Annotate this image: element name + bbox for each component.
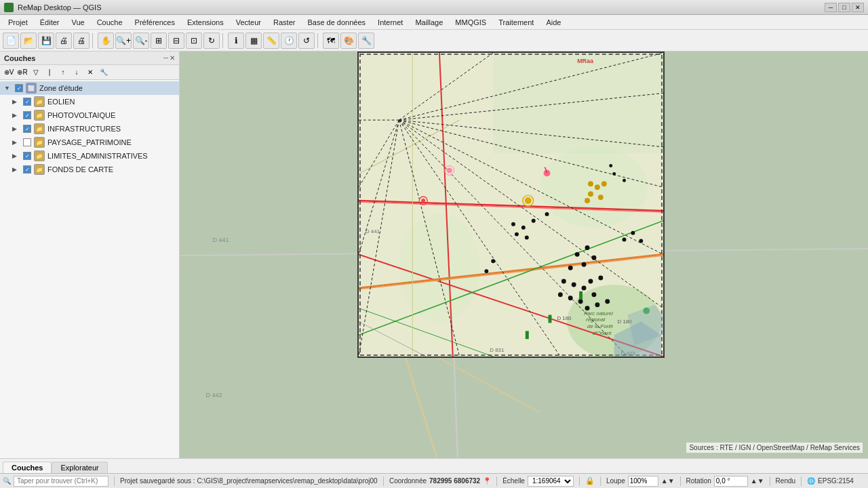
menu-item-vecteur[interactable]: Vecteur [231, 17, 267, 28]
measure-button[interactable]: 📏 [263, 33, 279, 49]
remove-layer-btn[interactable]: ✕ [84, 66, 96, 79]
layer-check-zone-etude[interactable]: ✓ [15, 84, 23, 92]
minimize-button[interactable]: ─ [825, 3, 837, 12]
zoom-out-button[interactable]: 🔍- [133, 33, 149, 49]
layer-item-limites[interactable]: ▶✓📁LIMITES_ADMINISTRATIVES [0, 149, 179, 163]
layer-expand-eolien[interactable]: ▶ [12, 98, 20, 105]
layer-check-fonds[interactable]: ✓ [23, 165, 31, 174]
lock-icon: 🔒 [585, 476, 595, 485]
svg-point-69 [591, 292, 596, 297]
layer-icon-infrastructures: 📁 [34, 123, 45, 134]
bottom-tab-explorateur[interactable]: Explorateur [52, 462, 107, 473]
select-button[interactable]: ▦ [245, 33, 262, 49]
menu-item-internet[interactable]: Internet [372, 17, 408, 28]
menu-item-vue[interactable]: Vue [66, 17, 90, 28]
layer-list: ▼✓⬜Zone d'étude▶✓📁EOLIEN▶✓📁PHOTOVOLTAIQU… [0, 80, 179, 458]
menu-item-couche[interactable]: Couche [92, 17, 128, 28]
style-button[interactable]: 🎨 [340, 33, 357, 49]
new-project-button[interactable]: 📄 [3, 33, 19, 49]
layer-item-zone-etude[interactable]: ▼✓⬜Zone d'étude [0, 81, 179, 95]
svg-point-87 [612, 172, 616, 176]
layer-check-infrastructures[interactable]: ✓ [23, 125, 31, 133]
statusbar-sep8 [801, 476, 802, 486]
search-input[interactable] [14, 476, 108, 487]
refresh2-button[interactable]: ↺ [298, 33, 315, 49]
bottom-tab-couches[interactable]: Couches [3, 462, 52, 473]
close-button[interactable]: ✕ [852, 3, 864, 12]
layer-check-paysage[interactable] [23, 138, 31, 146]
layer-expand-limites[interactable]: ▶ [12, 152, 20, 159]
refresh-button[interactable]: ↻ [203, 33, 220, 49]
layer-check-eolien[interactable]: ✓ [23, 98, 31, 106]
menu-item-préférences[interactable]: Préférences [130, 17, 180, 28]
svg-point-70 [578, 299, 583, 304]
layer-name-infrastructures: INFRASTRUCTURES [47, 125, 121, 133]
project-status-text: Projet sauvegardé sous : C:\GIS\8_projec… [120, 477, 378, 485]
menu-item-éditer[interactable]: Éditer [35, 17, 65, 28]
layer-item-photovoltaique[interactable]: ▶✓📁PHOTOVOLTAIQUE [0, 108, 179, 122]
sidebar-minimize-btn[interactable]: ─ [163, 54, 168, 62]
layer-expand-infrastructures[interactable]: ▶ [12, 125, 20, 132]
toolbar: 📄 📂 💾 🖨 🖨 ✋ 🔍+ 🔍- ⊞ ⊟ ⊡ ↻ ℹ ▦ 📏 🕐 ↺ 🗺 🎨 … [0, 30, 868, 52]
open-button[interactable]: 📂 [20, 33, 37, 49]
sidebar-close-btn[interactable]: ✕ [170, 54, 175, 62]
menu-item-aide[interactable]: Aide [540, 17, 566, 28]
loupe-label: Loupe [606, 477, 625, 485]
print-button[interactable]: 🖨 [73, 33, 90, 49]
layer-item-paysage[interactable]: ▶📁PAYSAGE_PATRIMOINE [0, 136, 179, 149]
layer-check-limites[interactable]: ✓ [23, 152, 31, 160]
layout-button[interactable]: 🗺 [323, 33, 339, 49]
svg-point-81 [525, 236, 529, 240]
loupe-arrows[interactable]: ▲▼ [661, 477, 675, 485]
layer-expand-paysage[interactable]: ▶ [12, 139, 20, 146]
layer-expand-photovoltaique[interactable]: ▶ [12, 112, 20, 119]
up-btn[interactable]: ↑ [57, 66, 69, 79]
menu-item-base de données[interactable]: Base de données [302, 17, 371, 28]
plugin-button[interactable]: 🔧 [358, 33, 374, 49]
map-canvas[interactable]: Troyes D 441 D 442 D 660 D 460 D 460 Pa [180, 52, 868, 458]
properties-btn[interactable]: 🔧 [98, 66, 110, 79]
maximize-button[interactable]: □ [838, 3, 850, 12]
zoom-layer-button[interactable]: ⊟ [168, 33, 184, 49]
zoom-full-button[interactable]: ⊞ [151, 33, 167, 49]
zoom-in-button[interactable]: 🔍+ [115, 33, 132, 49]
main-area: Couches ─ ✕ ⊕V ⊕R ▽ | ↑ ↓ ✕ 🔧 ▼✓⬜Zone d'… [0, 52, 868, 458]
menu-item-projet[interactable]: Projet [3, 17, 33, 28]
menu-item-maillage[interactable]: Maillage [410, 17, 448, 28]
svg-point-15 [399, 214, 479, 322]
layer-check-photovoltaique[interactable]: ✓ [23, 111, 31, 119]
save-as-button[interactable]: 🖨 [56, 33, 72, 49]
svg-point-86 [484, 269, 488, 273]
statusbar-sep1 [114, 476, 115, 486]
location-icon: 📍 [483, 477, 491, 485]
menu-item-raster[interactable]: Raster [268, 17, 300, 28]
zoom-selection-button[interactable]: ⊡ [186, 33, 202, 49]
svg-point-104 [421, 199, 425, 203]
layer-item-fonds[interactable]: ▶✓📁FONDS DE CARTE [0, 163, 179, 176]
pan-tool-button[interactable]: ✋ [98, 33, 114, 49]
menu-item-mmqgis[interactable]: MMQGIS [450, 17, 492, 28]
layer-item-eolien[interactable]: ▶✓📁EOLIEN [0, 95, 179, 108]
scale-dropdown[interactable]: 1:169064 [528, 476, 574, 487]
map-attribution: Sources : RTE / IGN / OpenStreetMap / Re… [686, 443, 863, 453]
svg-point-82 [623, 238, 627, 242]
layer-expand-zone-etude[interactable]: ▼ [4, 85, 12, 92]
add-vector-layer-btn[interactable]: ⊕V [3, 66, 15, 79]
time-button[interactable]: 🕐 [281, 33, 297, 49]
svg-point-90 [588, 181, 593, 186]
save-button[interactable]: 💾 [38, 33, 54, 49]
down-btn[interactable]: ↓ [71, 66, 83, 79]
identify-button[interactable]: ℹ [228, 33, 244, 49]
add-raster-layer-btn[interactable]: ⊕R [16, 66, 28, 79]
rotation-arrows[interactable]: ▲▼ [751, 477, 764, 485]
rotation-input[interactable] [714, 476, 748, 487]
menu-item-traitement[interactable]: Traitement [493, 17, 539, 28]
layer-item-infrastructures[interactable]: ▶✓📁INFRASTRUCTURES [0, 122, 179, 136]
menu-item-extensions[interactable]: Extensions [182, 17, 229, 28]
filter-btn[interactable]: ▽ [30, 66, 42, 79]
map-frame[interactable]: Parc naturel régional de la Forêt d'Orie… [357, 52, 665, 358]
layer-expand-fonds[interactable]: ▶ [12, 166, 20, 173]
loupe-input[interactable] [628, 476, 658, 487]
svg-point-76 [545, 212, 549, 216]
svg-point-89 [609, 164, 612, 167]
